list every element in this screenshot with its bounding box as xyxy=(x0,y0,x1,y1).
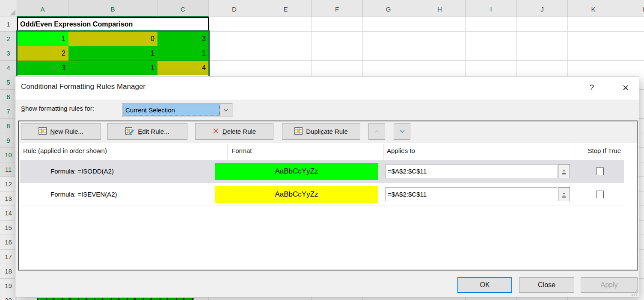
cell-A2[interactable]: 1 xyxy=(17,32,68,46)
row-header-10[interactable]: 10 xyxy=(0,148,17,162)
cf-rules-manager-dialog: Conditional Formatting Rules Manager ? ✕… xyxy=(15,76,639,297)
row-header-1[interactable]: 1 xyxy=(0,17,17,32)
chevron-down-icon xyxy=(223,109,229,112)
clipped-cell-text xyxy=(37,298,194,300)
column-divider xyxy=(383,144,384,159)
rule-row-iseven[interactable]: Formula: =ISEVEN(A2) AaBbCcYyZz ↑ xyxy=(20,183,624,206)
stop-if-true-checkbox[interactable] xyxy=(596,168,604,175)
column-divider xyxy=(227,144,228,159)
collapse-dialog-arrow-icon: ↑ xyxy=(562,168,566,174)
header-format: Format xyxy=(231,147,252,154)
row-header-12[interactable]: 12 xyxy=(0,177,17,191)
column-header-D[interactable]: D xyxy=(209,0,260,17)
column-header-K[interactable]: K xyxy=(568,0,619,17)
range-picker-button[interactable]: ↑ xyxy=(558,164,570,178)
row-header-13[interactable]: 13 xyxy=(0,191,17,206)
help-icon[interactable]: ? xyxy=(586,82,598,94)
format-preview: AaBbCcYyZz xyxy=(215,186,378,203)
new-rule-table-icon xyxy=(39,127,47,136)
close-button[interactable]: Close xyxy=(519,277,574,293)
delete-rule-button[interactable]: Delete Rule xyxy=(195,123,273,140)
row-header-9[interactable]: 9 xyxy=(0,133,17,148)
row-header-18[interactable]: 18 xyxy=(0,264,17,279)
collapse-dialog-arrow-icon: ↑ xyxy=(562,191,566,197)
duplicate-rule-table-icon xyxy=(294,127,303,136)
duplicate-rule-button[interactable]: Duplicate Rule xyxy=(282,123,360,140)
column-header-A[interactable]: A xyxy=(17,0,68,17)
cell-B2[interactable]: 0 xyxy=(68,32,157,46)
scope-dropdown-value[interactable]: Current Selection xyxy=(123,104,220,116)
range-picker-button[interactable]: ↑ xyxy=(558,187,570,201)
row-header-16[interactable]: 16 xyxy=(0,235,17,250)
show-rules-label: Show formatting rules for: xyxy=(21,105,94,112)
row-header-19[interactable]: 19 xyxy=(0,279,17,293)
column-header-J[interactable]: J xyxy=(517,0,568,17)
row-header-3[interactable]: 3 xyxy=(0,46,17,61)
ok-button[interactable]: OK xyxy=(457,277,512,293)
partial-row20-cells xyxy=(37,298,194,300)
column-header-B[interactable]: B xyxy=(68,0,157,17)
move-rule-down-button[interactable] xyxy=(394,123,410,140)
format-sample-text: AaBbCcYyZz xyxy=(275,190,318,199)
column-header-F[interactable]: F xyxy=(312,0,363,17)
chevron-up-icon xyxy=(374,129,380,133)
cell-C2[interactable]: 3 xyxy=(157,32,209,46)
row-header-8[interactable]: 8 xyxy=(0,119,17,133)
cell-A3[interactable]: 2 xyxy=(17,46,68,61)
column-header-I[interactable]: I xyxy=(466,0,517,17)
row-header-2[interactable]: 2 xyxy=(0,32,17,46)
row-header-6[interactable]: 6 xyxy=(0,90,17,104)
format-sample-text: AaBbCcYyZz xyxy=(275,167,318,176)
delete-x-icon xyxy=(213,128,219,135)
rule-description: Formula: =ISEVEN(A2) xyxy=(50,191,117,198)
excel-window: ABCDEFGHIJKL 123456789101112131415161718… xyxy=(0,0,644,300)
new-rule-button[interactable]: New Rule... xyxy=(21,123,101,140)
column-header-H[interactable]: H xyxy=(414,0,466,17)
rule-row-isodd[interactable]: Formula: =ISODD(A2) AaBbCcYyZz ↑ xyxy=(20,160,624,183)
dropdown-arrow-button[interactable] xyxy=(220,104,231,116)
edit-rule-pencil-icon xyxy=(125,127,134,136)
cell-A4[interactable]: 3 xyxy=(17,61,68,75)
applies-to-input[interactable] xyxy=(385,187,557,201)
apply-button: Apply xyxy=(581,277,638,293)
row-header-15[interactable]: 15 xyxy=(0,221,17,235)
row-header-4[interactable]: 4 xyxy=(0,61,17,75)
column-header-E[interactable]: E xyxy=(260,0,312,17)
select-all-corner[interactable] xyxy=(0,0,17,17)
applies-to-input[interactable] xyxy=(385,164,557,178)
header-rule: Rule (applied in order shown) xyxy=(23,147,107,154)
column-header-L[interactable]: L xyxy=(619,0,644,17)
close-icon[interactable]: ✕ xyxy=(618,81,633,94)
rules-list-header: Rule (applied in order shown) Format App… xyxy=(19,143,637,160)
chevron-down-icon xyxy=(399,129,405,133)
header-stop-if-true: Stop If True xyxy=(588,147,621,154)
cell-a1-title[interactable]: Odd/Even Expression Comparison xyxy=(17,17,209,32)
cell-B3[interactable]: 1 xyxy=(68,46,157,61)
resize-grip[interactable] xyxy=(632,290,637,296)
move-rule-up-button[interactable] xyxy=(368,123,385,140)
cell-B4[interactable]: 1 xyxy=(68,61,157,75)
header-applies-to: Applies to xyxy=(387,147,415,154)
rules-toolbar: New Rule... Edit Rule... Delete Rule xyxy=(19,121,637,143)
stop-if-true-checkbox[interactable] xyxy=(596,191,604,198)
cell-C4[interactable]: 4 xyxy=(157,61,209,75)
column-header-G[interactable]: G xyxy=(363,0,414,17)
row-header-5[interactable]: 5 xyxy=(0,75,17,90)
row-header-14[interactable]: 14 xyxy=(0,206,17,221)
scope-dropdown[interactable]: Current Selection xyxy=(122,103,232,117)
cell-C3[interactable]: 1 xyxy=(157,46,209,61)
column-header-C[interactable]: C xyxy=(157,0,209,17)
row-header-17[interactable]: 17 xyxy=(0,250,17,264)
column-divider xyxy=(575,144,575,159)
format-preview: AaBbCcYyZz xyxy=(215,163,378,180)
edit-rule-button[interactable]: Edit Rule... xyxy=(107,123,187,140)
select-all-triangle-icon xyxy=(10,10,15,15)
rules-container: New Rule... Edit Rule... Delete Rule xyxy=(18,121,638,271)
rule-description: Formula: =ISODD(A2) xyxy=(50,168,114,175)
row-header-11[interactable]: 11 xyxy=(0,162,17,177)
row-header-7[interactable]: 7 xyxy=(0,104,17,119)
dialog-title: Conditional Formatting Rules Manager xyxy=(21,82,145,91)
row-header-20[interactable]: 20 xyxy=(0,293,17,300)
